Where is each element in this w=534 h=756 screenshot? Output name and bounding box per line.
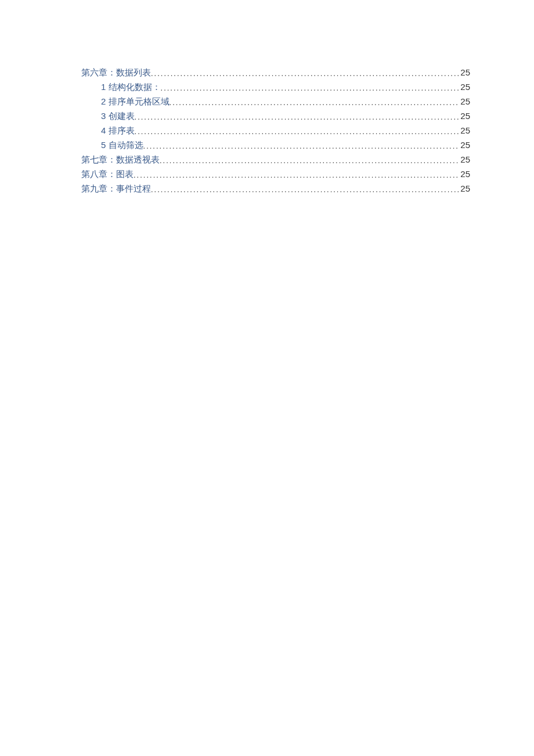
toc-entry-title: 第七章：数据透视表 <box>81 154 160 165</box>
toc-leader-dots <box>161 84 460 92</box>
toc-entry-page: 25 <box>459 111 470 121</box>
toc-leader-dots <box>151 69 459 78</box>
toc-entry-page: 25 <box>459 82 470 92</box>
toc-entry-title: 3 创建表 <box>101 111 135 122</box>
toc-leader-dots <box>169 98 460 107</box>
toc-entry-page: 25 <box>459 67 470 77</box>
toc-leader-dots <box>143 142 460 150</box>
toc-entry[interactable]: 1 结构化数据：25 <box>81 82 470 96</box>
toc-entry-page: 25 <box>459 125 470 135</box>
toc-entry-title: 第八章：图表 <box>81 169 134 180</box>
toc-entry-title: 4 排序表 <box>101 125 135 136</box>
toc-entry-page: 25 <box>459 140 470 150</box>
toc-leader-dots <box>160 156 459 165</box>
toc-entry-title: 第六章：数据列表 <box>81 67 151 78</box>
toc-entry[interactable]: 第六章：数据列表25 <box>81 67 470 82</box>
toc-entry[interactable]: 5 自动筛选25 <box>81 140 470 154</box>
toc-entry-page: 25 <box>459 183 470 193</box>
toc-leader-dots <box>151 185 459 194</box>
toc-leader-dots <box>135 127 460 136</box>
toc-entry[interactable]: 第九章：事件过程25 <box>81 183 470 198</box>
toc-entry[interactable]: 2 排序单元格区域25 <box>81 96 470 111</box>
toc-entry[interactable]: 第八章：图表25 <box>81 169 470 183</box>
toc-entry-title: 1 结构化数据： <box>101 82 161 93</box>
toc-container: 第六章：数据列表251 结构化数据：252 排序单元格区域253 创建表254 … <box>81 67 470 198</box>
toc-entry[interactable]: 4 排序表25 <box>81 125 470 140</box>
toc-entry-page: 25 <box>459 169 470 179</box>
toc-leader-dots <box>135 113 460 121</box>
toc-entry-title: 第九章：事件过程 <box>81 183 151 195</box>
toc-entry-title: 5 自动筛选 <box>101 140 143 151</box>
toc-entry-page: 25 <box>459 154 470 164</box>
toc-entry-page: 25 <box>459 96 470 106</box>
toc-entry[interactable]: 第七章：数据透视表25 <box>81 154 470 169</box>
toc-entry[interactable]: 3 创建表25 <box>81 111 470 125</box>
toc-entry-title: 2 排序单元格区域 <box>101 96 169 107</box>
toc-leader-dots <box>134 171 459 179</box>
